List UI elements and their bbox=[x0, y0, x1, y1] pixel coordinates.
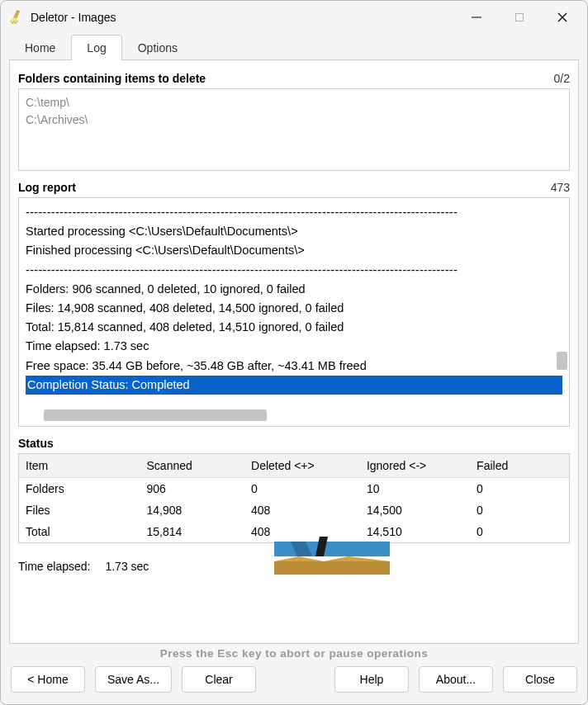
tab-log[interactable]: Log bbox=[71, 35, 121, 61]
time-elapsed-label: Time elapsed: bbox=[18, 560, 90, 573]
button-bar: < Home Save As... Clear Help About... Cl… bbox=[1, 661, 587, 704]
status-header: Status bbox=[18, 437, 54, 450]
svg-rect-7 bbox=[274, 542, 390, 556]
home-button[interactable]: < Home bbox=[11, 666, 85, 693]
table-row[interactable]: Folders 906 0 10 0 bbox=[19, 478, 569, 500]
col-failed[interactable]: Failed bbox=[470, 454, 569, 478]
logreport-count: 473 bbox=[551, 181, 570, 194]
log-horizontal-scrollbar[interactable] bbox=[44, 409, 267, 421]
maximize-button[interactable] bbox=[510, 7, 529, 27]
help-button[interactable]: Help bbox=[334, 666, 409, 693]
col-ignored[interactable]: Ignored <-> bbox=[360, 454, 470, 478]
tab-options[interactable]: Options bbox=[122, 35, 193, 61]
window-title: Deletor - Images bbox=[31, 11, 467, 24]
folders-section: Folders containing items to delete 0/2 C… bbox=[18, 72, 570, 171]
folder-item[interactable]: C:\Archives\ bbox=[26, 111, 562, 129]
col-deleted[interactable]: Deleted <+> bbox=[244, 454, 360, 478]
tab-home[interactable]: Home bbox=[9, 35, 71, 61]
folders-listbox[interactable]: C:\temp\ C:\Archives\ bbox=[18, 88, 570, 171]
clear-button[interactable]: Clear bbox=[182, 666, 256, 693]
window-controls bbox=[467, 7, 572, 27]
log-vertical-scrollbar[interactable] bbox=[557, 352, 567, 370]
tab-bar: Home Log Options bbox=[1, 34, 587, 60]
col-item[interactable]: Item bbox=[19, 454, 140, 478]
folder-item[interactable]: C:\temp\ bbox=[26, 94, 562, 111]
log-line-selected[interactable]: Completion Status: Completed bbox=[26, 376, 562, 395]
status-footer: Time elapsed: 1.73 sec bbox=[18, 550, 570, 583]
titlebar: Deletor - Images bbox=[1, 1, 587, 34]
hint-text: Press the Esc key to abort or pause oper… bbox=[1, 647, 587, 660]
close-dialog-button[interactable]: Close bbox=[503, 666, 577, 693]
folders-count: 0/2 bbox=[554, 72, 570, 85]
logreport-header: Log report bbox=[18, 181, 76, 194]
log-line[interactable]: Folders: 906 scanned, 0 deleted, 10 igno… bbox=[26, 280, 562, 299]
log-line[interactable]: Started processing <C:\Users\Default\Doc… bbox=[26, 222, 562, 241]
status-image bbox=[274, 537, 390, 578]
app-icon bbox=[9, 10, 24, 25]
svg-rect-3 bbox=[516, 14, 524, 21]
status-table: Item Scanned Deleted <+> Ignored <-> Fai… bbox=[18, 453, 570, 543]
app-window: Deletor - Images Home Log Options Folder… bbox=[0, 0, 588, 705]
col-scanned[interactable]: Scanned bbox=[140, 454, 245, 478]
close-button[interactable] bbox=[552, 7, 572, 27]
logreport-box[interactable]: ----------------------------------------… bbox=[18, 197, 570, 427]
about-button[interactable]: About... bbox=[419, 666, 493, 693]
time-elapsed-value: 1.73 sec bbox=[105, 560, 149, 573]
log-line[interactable]: Free space: 35.44 GB before, ~35.48 GB a… bbox=[26, 357, 562, 376]
tab-content: Folders containing items to delete 0/2 C… bbox=[9, 60, 579, 644]
log-line[interactable]: Total: 15,814 scanned, 408 deleted, 14,5… bbox=[26, 318, 562, 337]
log-line[interactable]: ----------------------------------------… bbox=[26, 261, 562, 280]
log-line[interactable]: Time elapsed: 1.73 sec bbox=[26, 337, 562, 356]
minimize-button[interactable] bbox=[467, 7, 486, 27]
logreport-section: Log report 473 -------------------------… bbox=[18, 181, 570, 427]
save-as-button[interactable]: Save As... bbox=[95, 666, 172, 693]
log-line[interactable]: Finished processing <C:\Users\Default\Do… bbox=[26, 241, 562, 260]
log-line[interactable]: Files: 14,908 scanned, 408 deleted, 14,5… bbox=[26, 299, 562, 318]
table-row[interactable]: Files 14,908 408 14,500 0 bbox=[19, 499, 569, 521]
status-section: Status Item Scanned Deleted <+> Ignored … bbox=[18, 437, 570, 635]
log-line[interactable]: ----------------------------------------… bbox=[26, 203, 562, 222]
svg-rect-10 bbox=[274, 561, 390, 575]
folders-header: Folders containing items to delete bbox=[18, 72, 206, 85]
